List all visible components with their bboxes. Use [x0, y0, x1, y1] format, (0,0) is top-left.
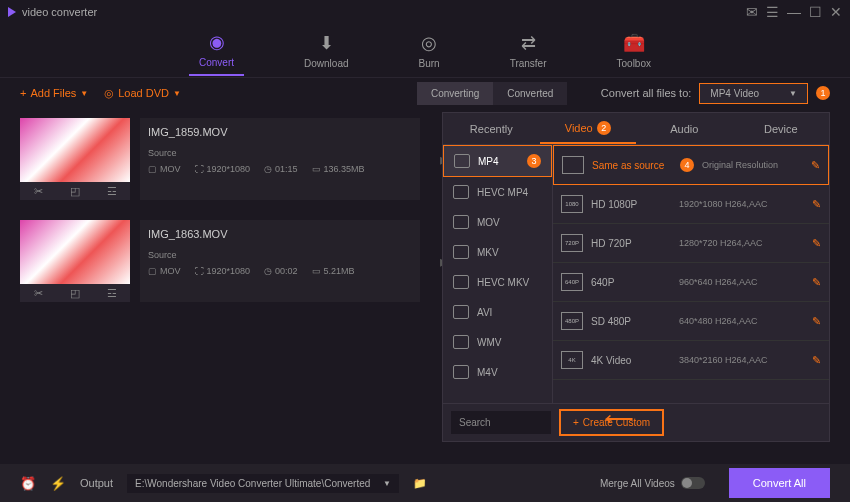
format-hevc-mkv[interactable]: HEVC MKV: [443, 267, 552, 297]
main-tabs: ◉Convert ⬇Download ◎Burn ⇄Transfer 🧰Tool…: [0, 24, 850, 78]
callout-arrow-icon: ⟵: [605, 406, 634, 430]
resolution-1080p[interactable]: 1080HD 1080P1920*1080 H264,AAC✎: [553, 185, 829, 224]
subtab-converted[interactable]: Converted: [493, 82, 567, 105]
tab-download[interactable]: ⬇Download: [294, 26, 358, 75]
trim-icon[interactable]: ✂: [34, 185, 43, 198]
chevron-down-icon: ▼: [80, 89, 88, 98]
output-format-dropdown[interactable]: MP4 Video ▼: [699, 83, 808, 104]
output-path-dropdown[interactable]: E:\Wondershare Video Converter Ultimate\…: [127, 474, 399, 493]
mkv-icon: [453, 245, 469, 259]
merge-label: Merge All Videos: [600, 478, 675, 489]
output-label: Output: [80, 477, 113, 489]
alarm-icon[interactable]: ⏰: [20, 476, 36, 491]
format-mkv[interactable]: MKV: [443, 237, 552, 267]
crop-icon[interactable]: ◰: [70, 185, 80, 198]
menu-icon[interactable]: ☰: [766, 4, 779, 20]
maximize-button[interactable]: ☐: [809, 4, 822, 20]
format-panel: Recently Video 2 Audio Device MP43 HEVC …: [442, 112, 830, 442]
filesize-icon: ▭ 5.21MB: [312, 266, 355, 276]
subtab-converting[interactable]: Converting: [417, 82, 493, 105]
convert-icon: ◉: [209, 31, 225, 53]
video-thumbnail[interactable]: [20, 220, 130, 284]
film-icon: [453, 335, 469, 349]
search-input[interactable]: Search: [451, 411, 551, 434]
play-icon: [453, 365, 469, 379]
res-icon: 1080: [561, 195, 583, 213]
crop-icon[interactable]: ◰: [70, 287, 80, 300]
transfer-icon: ⇄: [521, 32, 536, 54]
step-badge-4: 4: [680, 158, 694, 172]
gpu-icon[interactable]: ⚡: [50, 476, 66, 491]
resolution-same-as-source[interactable]: Same as source4Original Resolution✎: [553, 145, 829, 185]
resolution-480p[interactable]: 480PSD 480P640*480 H264,AAC✎: [553, 302, 829, 341]
format-icon: ▢ MOV: [148, 266, 181, 276]
resolution-640p[interactable]: 640P640P960*640 H264,AAC✎: [553, 263, 829, 302]
trim-icon[interactable]: ✂: [34, 287, 43, 300]
step-badge-3: 3: [527, 154, 541, 168]
edit-icon[interactable]: ✎: [812, 237, 821, 250]
edit-icon[interactable]: ✎: [812, 276, 821, 289]
chevron-down-icon: ▼: [173, 89, 181, 98]
burn-icon: ◎: [421, 32, 437, 54]
add-files-button[interactable]: + Add Files ▼: [20, 87, 88, 99]
resolution-list: Same as source4Original Resolution✎ 1080…: [553, 145, 829, 403]
resolution-icon: ⛶ 1920*1080: [195, 164, 251, 174]
res-icon: 480P: [561, 312, 583, 330]
tab-transfer[interactable]: ⇄Transfer: [500, 26, 557, 75]
edit-icon[interactable]: ✎: [812, 354, 821, 367]
source-icon: [562, 156, 584, 174]
edit-icon[interactable]: ✎: [811, 159, 820, 172]
app-title: video converter: [22, 6, 97, 18]
format-list: MP43 HEVC MP4 MOV MKV HEVC MKV AVI WMV M…: [443, 145, 553, 403]
toolbox-icon: 🧰: [623, 32, 645, 54]
format-hevc-mp4[interactable]: HEVC MP4: [443, 177, 552, 207]
download-icon: ⬇: [319, 32, 334, 54]
effects-icon[interactable]: ☲: [107, 287, 117, 300]
format-m4v[interactable]: M4V: [443, 357, 552, 387]
load-dvd-button[interactable]: ◎ Load DVD ▼: [104, 87, 181, 100]
format-mp4[interactable]: MP43: [443, 145, 552, 177]
messages-icon[interactable]: ✉: [746, 4, 758, 20]
resolution-4k[interactable]: 4K4K Video3840*2160 H264,AAC✎: [553, 341, 829, 380]
hevc-icon: [453, 275, 469, 289]
file-name: IMG_1859.MOV: [148, 126, 412, 138]
tab-convert[interactable]: ◉Convert: [189, 25, 244, 76]
app-logo: [8, 7, 16, 17]
format-tab-audio[interactable]: Audio: [636, 113, 733, 144]
filesize-icon: ▭ 136.35MB: [312, 164, 365, 174]
convert-all-label: Convert all files to:: [601, 87, 691, 99]
open-folder-icon[interactable]: 📁: [413, 477, 427, 490]
chevron-down-icon: ▼: [383, 479, 391, 488]
convert-all-button[interactable]: Convert All: [729, 468, 830, 498]
resolution-icon: ⛶ 1920*1080: [195, 266, 251, 276]
close-button[interactable]: ✕: [830, 4, 842, 20]
res-icon: 720P: [561, 234, 583, 252]
hevc-icon: [453, 185, 469, 199]
file-name: IMG_1863.MOV: [148, 228, 412, 240]
format-tab-device[interactable]: Device: [733, 113, 830, 144]
format-tab-recently[interactable]: Recently: [443, 113, 540, 144]
chevron-down-icon: ▼: [789, 89, 797, 98]
step-badge-2: 2: [597, 121, 611, 135]
tab-burn[interactable]: ◎Burn: [409, 26, 450, 75]
step-badge-1: 1: [816, 86, 830, 100]
format-mov[interactable]: MOV: [443, 207, 552, 237]
res-icon: 4K: [561, 351, 583, 369]
format-wmv[interactable]: WMV: [443, 327, 552, 357]
res-icon: 640P: [561, 273, 583, 291]
duration-icon: ◷ 01:15: [264, 164, 298, 174]
resolution-720p[interactable]: 720PHD 720P1280*720 H264,AAC✎: [553, 224, 829, 263]
edit-icon[interactable]: ✎: [812, 198, 821, 211]
format-avi[interactable]: AVI: [443, 297, 552, 327]
minimize-button[interactable]: —: [787, 4, 801, 20]
format-icon: ▢ MOV: [148, 164, 181, 174]
duration-icon: ◷ 00:02: [264, 266, 298, 276]
merge-toggle[interactable]: [681, 477, 705, 489]
film-icon: [454, 154, 470, 168]
effects-icon[interactable]: ☲: [107, 185, 117, 198]
tab-toolbox[interactable]: 🧰Toolbox: [607, 26, 661, 75]
video-thumbnail[interactable]: [20, 118, 130, 182]
quicktime-icon: [453, 215, 469, 229]
format-tab-video[interactable]: Video 2: [540, 113, 637, 144]
edit-icon[interactable]: ✎: [812, 315, 821, 328]
